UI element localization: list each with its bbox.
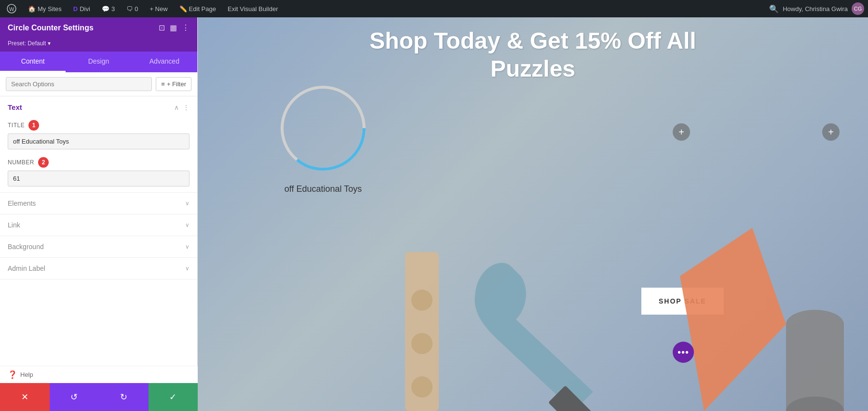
canvas-area: Shop Today & Get 15% Off All Puzzles str… xyxy=(198,17,868,411)
link-chevron-icon: ∨ xyxy=(185,222,190,228)
background-label: Background xyxy=(8,243,44,251)
text-section-header[interactable]: Text ∧ ⋮ xyxy=(0,96,197,118)
bubble-icon: 💬 xyxy=(102,5,109,13)
preset-selector[interactable]: Preset: Default ▾ xyxy=(8,40,190,47)
admin-label-chevron-icon: ∨ xyxy=(185,265,190,272)
avatar[interactable]: CG xyxy=(852,2,864,15)
confirm-button[interactable]: ✓ xyxy=(149,383,198,411)
title-badge: 1 xyxy=(28,120,39,131)
link-section[interactable]: Link ∨ xyxy=(0,214,197,236)
circle-title: off Educational Toys xyxy=(285,184,362,194)
elements-section[interactable]: Elements ∨ xyxy=(0,193,197,214)
number-input[interactable] xyxy=(8,171,190,186)
admin-bar: W 🏠 My Sites D Divi 💬 3 🗨 0 + New ✏️ Edi… xyxy=(0,0,868,17)
sidebar-tabs: Content Design Advanced xyxy=(0,52,197,72)
divi-icon: D xyxy=(73,5,78,13)
collapse-icon[interactable]: ∧ xyxy=(174,104,179,111)
link-label: Link xyxy=(8,221,20,229)
sidebar-content: Text ∧ ⋮ Title 1 xyxy=(0,96,197,411)
chevron-down-icon: ▾ xyxy=(48,40,51,47)
redo-icon: ↻ xyxy=(120,392,127,402)
my-sites-link[interactable]: 🏠 My Sites xyxy=(25,0,65,17)
edit-page-link[interactable]: ✏️ Edit Page xyxy=(176,0,219,17)
house-icon: 🏠 xyxy=(28,5,36,13)
new-content-link[interactable]: + New xyxy=(147,0,170,17)
sidebar-header-icons: ⊡ ▦ ⋮ xyxy=(159,23,190,32)
more-options-button[interactable]: ••• xyxy=(673,342,694,363)
number-field-group: Number 2 xyxy=(0,155,197,192)
help-row[interactable]: ❓ Help xyxy=(0,366,198,383)
number-badge: 2 xyxy=(38,157,49,168)
redo-button[interactable]: ↻ xyxy=(99,383,149,411)
help-text: Help xyxy=(20,371,33,378)
title-input[interactable] xyxy=(8,133,190,149)
help-icon: ❓ xyxy=(8,370,17,379)
sidebar-bottom: ❓ Help ✕ ↺ ↻ ✓ xyxy=(0,366,198,411)
admin-label-label: Admin Label xyxy=(8,265,45,272)
heading-line1: Shop Today & Get 15% Off All xyxy=(207,27,858,55)
cancel-icon: ✕ xyxy=(21,392,28,402)
search-icon[interactable]: 🔍 xyxy=(769,4,779,13)
pencil-icon: ✏️ xyxy=(179,5,187,13)
exit-visual-builder-link[interactable]: Exit Visual Builder xyxy=(225,0,281,17)
layout-icon[interactable]: ▦ xyxy=(170,23,177,32)
text-section-title: Text xyxy=(8,103,22,111)
circle-svg: stroke-linecap="round" transform="rotate… xyxy=(275,80,371,176)
comment-icon: 🗨 xyxy=(126,5,133,13)
sidebar-header: Circle Counter Settings ⊡ ▦ ⋮ xyxy=(0,17,197,38)
search-area: ≡ + Filter xyxy=(0,72,197,96)
text-section-icons: ∧ ⋮ xyxy=(174,104,190,111)
tab-advanced[interactable]: Advanced xyxy=(132,52,197,72)
confirm-icon: ✓ xyxy=(169,392,176,402)
number-label: Number xyxy=(8,159,34,166)
svg-text:W: W xyxy=(9,6,14,12)
wp-logo[interactable]: W xyxy=(4,0,19,17)
filter-icon: ≡ xyxy=(161,80,165,88)
svg-point-6 xyxy=(411,290,433,311)
divi-link[interactable]: D Divi xyxy=(70,0,93,17)
add-button-1[interactable]: + xyxy=(673,123,690,141)
tab-content[interactable]: Content xyxy=(0,52,66,72)
admin-label-section[interactable]: Admin Label ∨ xyxy=(0,258,197,279)
comments-link[interactable]: 🗨 0 xyxy=(123,0,141,17)
svg-point-8 xyxy=(411,376,433,398)
sidebar: Circle Counter Settings ⊡ ▦ ⋮ Preset: De… xyxy=(0,17,198,411)
elements-label: Elements xyxy=(8,199,36,207)
svg-point-7 xyxy=(411,333,433,354)
sidebar-title: Circle Counter Settings xyxy=(8,24,94,32)
filter-button[interactable]: ≡ + Filter xyxy=(156,77,191,91)
more-icon[interactable]: ⋮ xyxy=(182,23,190,32)
comments-count-link[interactable]: 💬 3 xyxy=(99,0,118,17)
elements-chevron-icon: ∨ xyxy=(185,200,190,207)
preset-area: Preset: Default ▾ xyxy=(0,38,197,52)
heading-line2: Puzzles xyxy=(207,55,858,83)
cancel-button[interactable]: ✕ xyxy=(0,383,50,411)
title-field-group: Title 1 xyxy=(0,118,197,155)
add-button-2[interactable]: + xyxy=(822,123,840,141)
undo-icon: ↺ xyxy=(70,392,78,402)
background-section[interactable]: Background ∨ xyxy=(0,236,197,258)
tab-design[interactable]: Design xyxy=(66,52,131,72)
main-layout: Circle Counter Settings ⊡ ▦ ⋮ Preset: De… xyxy=(0,17,868,411)
action-buttons: ✕ ↺ ↻ ✓ xyxy=(0,383,198,411)
options-icon[interactable]: ⋮ xyxy=(183,104,190,111)
toys-illustration xyxy=(391,228,868,411)
number-label-row: Number 2 xyxy=(8,157,190,168)
search-input[interactable] xyxy=(6,77,152,91)
copy-icon[interactable]: ⊡ xyxy=(159,23,165,32)
greeting-text: Howdy, Christina Gwira xyxy=(783,5,848,13)
admin-bar-right: 🔍 Howdy, Christina Gwira CG xyxy=(769,2,864,15)
canvas-heading: Shop Today & Get 15% Off All Puzzles xyxy=(198,17,868,87)
title-label: Title xyxy=(8,122,25,129)
undo-button[interactable]: ↺ xyxy=(50,383,99,411)
title-label-row: Title 1 xyxy=(8,120,190,131)
circle-counter: stroke-linecap="round" transform="rotate… xyxy=(275,80,371,194)
background-chevron-icon: ∨ xyxy=(185,243,190,250)
text-section: Text ∧ ⋮ Title 1 xyxy=(0,96,197,193)
